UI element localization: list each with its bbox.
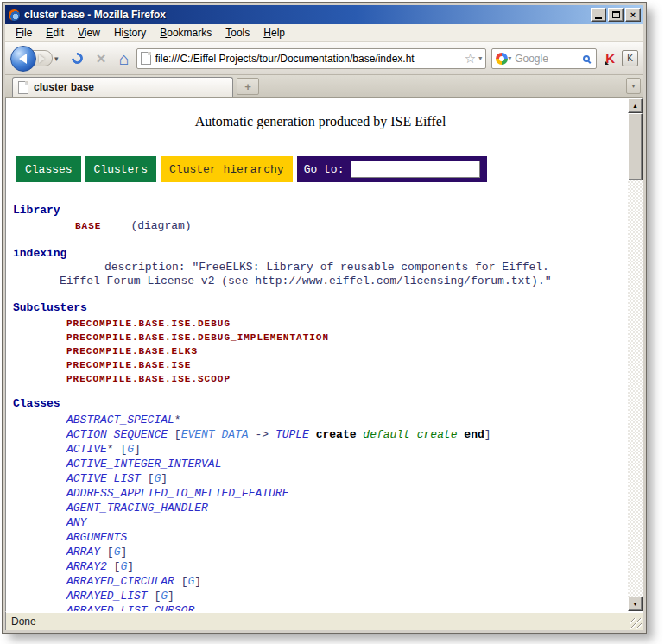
goto-box: Go to:	[297, 156, 488, 182]
vertical-scrollbar[interactable]: ▲ ▼	[628, 98, 643, 611]
code-text: ]	[134, 443, 141, 456]
url-dropdown-icon[interactable]: ▾	[478, 54, 482, 62]
status-bar: Done	[5, 611, 643, 630]
clusters-button[interactable]: Clusters	[86, 156, 156, 182]
subcluster-link[interactable]: PRECOMPILE.BASE.ISE	[66, 358, 628, 372]
menu-item-history[interactable]: History	[107, 25, 153, 41]
back-arrow-icon	[19, 54, 27, 64]
class-row: ADDRESS_APPLIED_TO_MELTED_FEATURE	[66, 486, 628, 501]
content-viewport: Automatic generation produced by ISE Eif…	[5, 98, 643, 611]
stop-icon[interactable]: ×	[97, 50, 106, 66]
class-row: ACTION_SEQUENCE [EVENT_DATA -> TUPLE cre…	[66, 427, 628, 442]
search-placeholder[interactable]: Google	[515, 53, 580, 65]
scroll-down-button[interactable]: ▼	[628, 597, 643, 611]
generic-param-link[interactable]: G	[127, 443, 134, 456]
class-link[interactable]: AGENT_TRACING_HANDLER	[66, 502, 208, 515]
search-engine-dropdown-icon[interactable]: ▾	[508, 54, 511, 62]
feature-link[interactable]: default_create	[363, 428, 457, 441]
classes-button[interactable]: Classes	[16, 156, 81, 182]
page-icon	[141, 52, 151, 65]
list-tabs-button[interactable]: ▾	[626, 78, 641, 94]
code-text: ]	[484, 428, 491, 441]
class-link[interactable]: ARGUMENTS	[66, 531, 127, 544]
class-link[interactable]: ARRAYED_LIST	[66, 590, 148, 603]
google-icon	[496, 53, 508, 65]
class-link[interactable]: ARRAY2	[66, 560, 107, 573]
class-link[interactable]: ACTION_SEQUENCE	[66, 428, 168, 441]
scrollbar-thumb[interactable]	[628, 113, 643, 180]
minimize-icon	[595, 17, 602, 19]
class-link[interactable]: ARRAYED_LIST_CURSOR	[66, 604, 194, 611]
library-entry: BASE(diagram)	[13, 218, 628, 233]
menu-item-file[interactable]: File	[9, 25, 39, 41]
close-icon: ×	[630, 10, 636, 20]
status-text: Done	[11, 616, 36, 628]
cluster-hierarchy-button[interactable]: Cluster hierarchy	[161, 156, 293, 182]
code-text: *	[174, 414, 181, 426]
forward-arrow-icon	[39, 54, 45, 63]
menu-item-help[interactable]: Help	[256, 25, 292, 41]
diagram-link[interactable]: (diagram)	[130, 219, 191, 232]
classes-heading: Classes	[13, 397, 628, 411]
page-content: Automatic generation produced by ISE Eif…	[6, 98, 628, 611]
class-list: ABSTRACT_SPECIAL*ACTION_SEQUENCE [EVENT_…	[13, 413, 628, 611]
code-text: ->	[249, 428, 276, 441]
subcluster-link[interactable]: PRECOMPILE.BASE.ISE.DEBUG_IMPLEMENTATION	[66, 331, 628, 344]
title-bar[interactable]: cluster base - Mozilla Firefox ×	[5, 5, 643, 24]
class-link[interactable]: TUPLE	[276, 428, 309, 441]
class-link[interactable]: ADDRESS_APPLIED_TO_MELTED_FEATURE	[66, 487, 288, 500]
k-toolbar-button[interactable]: K	[622, 50, 638, 66]
generic-param-link[interactable]: EVENT_DATA	[181, 428, 249, 441]
class-link[interactable]: ARRAYED_CIRCULAR	[66, 575, 174, 588]
tab-page-icon	[18, 81, 28, 94]
window-title: cluster base - Mozilla Firefox	[24, 9, 591, 21]
class-link[interactable]: ACTIVE_LIST	[66, 472, 141, 485]
back-button[interactable]	[10, 46, 36, 72]
menu-item-edit[interactable]: Edit	[39, 25, 71, 41]
class-row: ARRAYED_CIRCULAR [G]	[66, 574, 628, 589]
code-text: [	[168, 428, 181, 441]
subcluster-list: PRECOMPILE.BASE.ISE.DEBUGPRECOMPILE.BASE…	[13, 317, 628, 386]
close-button[interactable]: ×	[625, 8, 641, 22]
search-box[interactable]: ▾ Google	[491, 48, 597, 69]
history-dropdown-icon[interactable]: ▾	[54, 54, 59, 63]
home-icon[interactable]: ⌂	[119, 50, 130, 67]
code-text: [	[141, 472, 155, 485]
code-text: ]	[161, 472, 168, 485]
tab-cluster-base[interactable]: cluster base	[12, 77, 233, 97]
subcluster-link[interactable]: PRECOMPILE.BASE.ELKS	[66, 344, 628, 358]
search-icon[interactable]	[583, 55, 590, 62]
resize-grip[interactable]	[630, 618, 642, 629]
indexing-description-line2: Eiffel Forum License v2 (see http://www.…	[60, 275, 628, 288]
class-row: ABSTRACT_SPECIAL*	[66, 413, 628, 427]
code-text: ]	[120, 546, 127, 559]
kaspersky-icon[interactable]: K	[605, 51, 615, 66]
class-link[interactable]: ARRAY	[66, 546, 100, 559]
class-link[interactable]: ACTIVE	[66, 443, 107, 456]
scroll-up-button[interactable]: ▲	[628, 98, 643, 113]
generic-param-link[interactable]: G	[161, 590, 168, 603]
menu-item-bookmarks[interactable]: Bookmarks	[153, 25, 218, 41]
subcluster-link[interactable]: PRECOMPILE.BASE.ISE.SCOOP	[66, 372, 628, 386]
code-text: ]	[127, 560, 134, 573]
menu-item-tools[interactable]: Tools	[218, 25, 256, 41]
goto-input[interactable]	[351, 161, 480, 178]
maximize-button[interactable]	[608, 8, 624, 22]
url-text[interactable]: file:///C:/Eiffel Projects/tour/Document…	[155, 53, 460, 65]
menu-bar: FileEditViewHistoryBookmarksToolsHelp	[5, 24, 643, 42]
reload-icon[interactable]	[69, 50, 85, 66]
code-text: ]	[168, 590, 174, 603]
new-tab-button[interactable]: +	[237, 78, 259, 95]
class-link[interactable]: ACTIVE_INTEGER_INTERVAL	[66, 458, 221, 470]
minimize-button[interactable]	[591, 8, 606, 22]
class-link[interactable]: ANY	[66, 516, 86, 529]
class-row: ACTIVE_LIST [G]	[66, 471, 628, 486]
subcluster-link[interactable]: PRECOMPILE.BASE.ISE.DEBUG	[66, 317, 628, 331]
bookmark-star-icon[interactable]: ☆	[465, 51, 476, 66]
base-cluster-link[interactable]: BASE	[75, 221, 101, 231]
doc-button-row: Classes Clusters Cluster hierarchy Go to…	[16, 156, 628, 182]
menu-item-view[interactable]: View	[71, 25, 107, 41]
address-bar[interactable]: file:///C:/Eiffel Projects/tour/Document…	[136, 48, 486, 69]
class-link[interactable]: ABSTRACT_SPECIAL	[66, 414, 174, 426]
code-text: [	[174, 575, 188, 588]
